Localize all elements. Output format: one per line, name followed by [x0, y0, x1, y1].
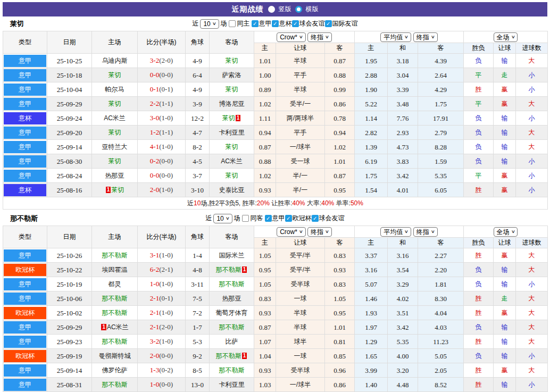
avg-away-odds: 2.27 [418, 248, 464, 263]
league-type-cell: 意甲 [3, 277, 47, 291]
away-team-cell: 莱切 [210, 82, 254, 97]
halftime-score: (1-0) [159, 337, 173, 345]
home-team-cell: 都灵 [92, 277, 138, 291]
league-badge: 意甲 [4, 98, 46, 110]
match-count-select[interactable]: 10∨ [200, 19, 219, 29]
league-badge: 意甲 [4, 364, 46, 377]
match-date: 25-09-23 [47, 335, 92, 349]
league-filter-checkbox[interactable]: ✓ [265, 215, 272, 222]
league-type-cell: 意甲 [3, 248, 47, 263]
score-cell: 1-3(0-2) [138, 363, 186, 378]
match-row: 意杯25-09-24AC米兰3-0(1-0)12-2莱切11.11两/两球半0.… [3, 111, 548, 126]
avg-odds-select[interactable]: 平均值∨ [380, 227, 411, 237]
chevron-down-icon: ∨ [431, 34, 435, 41]
result-handicap: 输 [494, 335, 516, 349]
odds-company-select[interactable]: Crow*∨ [277, 32, 306, 42]
fulltime-select[interactable]: 全场∨ [494, 32, 518, 42]
odds-time-select[interactable]: 终指∨ [307, 32, 332, 42]
league-filter-checkbox[interactable]: ✓ [252, 20, 259, 27]
team-label: 埃因霍温 [102, 266, 128, 273]
layout-radio-label[interactable]: 竖版 [279, 5, 291, 14]
halftime-score: (0-0) [159, 157, 173, 165]
games-label: 场 [221, 19, 227, 28]
league-filter-checkbox[interactable]: ✓ [285, 215, 292, 222]
fulltime-select[interactable]: 全场∨ [494, 227, 518, 237]
league-filter-checkbox[interactable]: ✓ [312, 215, 319, 222]
home-team-cell: 那不勒斯 [92, 291, 138, 306]
away-team: 莱切1 [222, 114, 241, 122]
league-type-cell: 意甲 [3, 54, 47, 68]
league-badge: 意甲 [4, 321, 46, 333]
filter-controls: 近 10∨ 场 同主 ✓意甲✓意杯✓球会友谊✓国际友谊 [192, 19, 357, 29]
league-type-cell: 意甲 [3, 169, 47, 183]
result-goals: 小 [516, 349, 548, 363]
avg-time-select[interactable]: 终指∨ [413, 227, 438, 237]
fulltime-score: 3-1 [150, 251, 159, 259]
crow-away-odds: 0.87 [325, 54, 355, 68]
match-date: 25-08-16 [47, 183, 92, 197]
crow-handicap-line: 受平/半 [276, 263, 325, 277]
col-header-avg-draw: 和 [388, 238, 418, 248]
avg-draw-odds: 3.42 [388, 169, 418, 183]
team-label: 帕尔马 [105, 86, 124, 93]
odds-company-select[interactable]: Crow*∨ [277, 227, 306, 237]
result-handicap: 赢 [494, 169, 516, 183]
avg-home-odds: 1.40 [355, 378, 388, 392]
league-filter-item: ✓球会友谊 [312, 214, 345, 223]
match-date: 25-09-20 [47, 126, 92, 140]
away-team: 萨索洛 [222, 71, 241, 79]
layout-radio[interactable] [268, 6, 275, 13]
league-filter-checkbox[interactable]: ✓ [272, 20, 279, 27]
away-team: 那不勒斯1 [216, 352, 248, 360]
league-filter-checkbox[interactable]: ✓ [325, 20, 332, 27]
same-venue-checkbox[interactable] [229, 20, 236, 27]
summary-text: 让胜率: [270, 199, 293, 207]
halftime-score: (1-0) [159, 143, 173, 151]
layout-radio-selected[interactable] [295, 6, 302, 13]
home-team: 那不勒斯 [102, 381, 128, 388]
corners-cell: 6-4 [186, 68, 210, 82]
away-team: 葡萄牙体育 [216, 309, 248, 316]
league-type-cell: 意甲 [3, 68, 47, 82]
away-team-cell: 那不勒斯1 [210, 263, 254, 277]
avg-home-odds: 1.29 [355, 335, 388, 349]
col-header-wdl: 胜负 [464, 43, 494, 54]
avg-draw-odds: 4.01 [388, 183, 418, 197]
crow-away-odds: 1.01 [325, 320, 355, 335]
summary-text: 50% [351, 199, 363, 207]
odds-time-select[interactable]: 终指∨ [307, 227, 332, 237]
match-date: 25-09-19 [47, 349, 92, 363]
avg-odds-select[interactable]: 平均值∨ [380, 32, 411, 42]
home-team-cell: 曼彻斯特城 [92, 349, 138, 363]
league-type-cell: 意甲 [3, 291, 47, 306]
halftime-score: (0-0) [159, 71, 173, 79]
avg-home-odds: 6.19 [355, 154, 388, 169]
match-count-select[interactable]: 10∨ [213, 214, 232, 223]
away-team-cell: 那不勒斯 [210, 363, 254, 378]
corners-cell: 7-5 [186, 291, 210, 306]
team-label: 莱切 [111, 186, 124, 194]
chevron-down-icon: ∨ [511, 34, 515, 41]
home-team-cell: 莱切 [92, 154, 138, 169]
league-type-cell: 意甲 [3, 126, 47, 140]
home-team: 那不勒斯 [102, 338, 128, 345]
team-label: 那不勒斯 [102, 381, 128, 388]
result-scope-header: 全场∨ [464, 31, 548, 43]
avg-time-select[interactable]: 终指∨ [413, 32, 438, 42]
home-team: 热那亚 [105, 172, 124, 179]
avg-away-odds: 8.52 [418, 378, 464, 392]
result-goals: 大 [516, 263, 548, 277]
home-team-cell: 1AC米兰 [92, 320, 138, 335]
same-venue-checkbox[interactable] [242, 215, 249, 222]
league-filter-checkbox[interactable]: ✓ [292, 20, 299, 27]
away-team-cell: 萨索洛 [210, 68, 254, 82]
match-date: 25-10-04 [47, 82, 92, 97]
halftime-score: (0-0) [159, 380, 173, 388]
layout-radio-label[interactable]: 横版 [306, 5, 319, 14]
result-goals: 小 [516, 169, 548, 183]
match-row: 意甲25-10-26那不勒斯3-1(1-0)1-4国际米兰1.05受平/半0.8… [3, 248, 548, 263]
match-date: 25-10-19 [47, 277, 92, 291]
avg-draw-odds: 3.39 [388, 82, 418, 97]
match-date: 25-09-14 [47, 363, 92, 378]
col-header-handicap-result: 让球 [494, 43, 516, 54]
